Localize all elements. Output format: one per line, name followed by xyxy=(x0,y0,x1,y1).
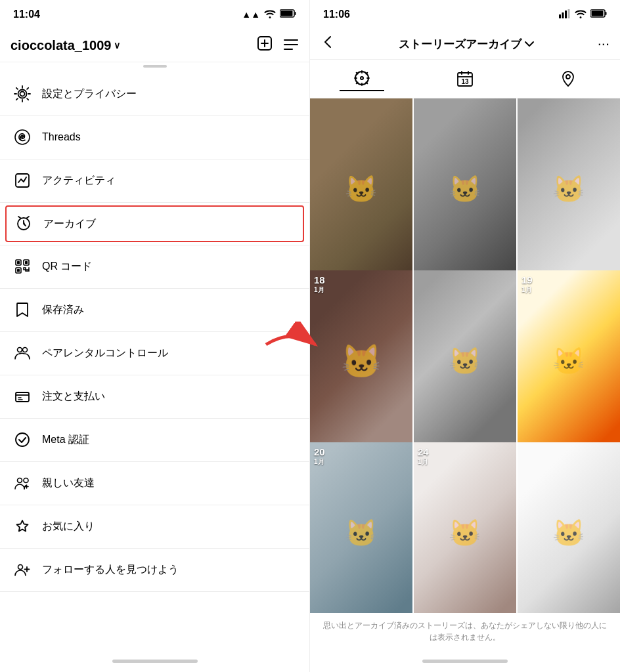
svg-rect-13 xyxy=(17,269,20,272)
grid-item-9[interactable]: 🐱 xyxy=(518,442,620,613)
back-button[interactable] xyxy=(321,34,336,54)
grid-item-4[interactable]: 🐱 18 1月 xyxy=(310,270,412,452)
grid-item-5[interactable]: 🐱 xyxy=(414,270,516,452)
svg-point-4 xyxy=(20,92,25,96)
svg-rect-26 xyxy=(568,9,570,18)
svg-point-5 xyxy=(18,90,27,98)
menu-item-saved[interactable]: 保存済み xyxy=(0,291,309,329)
home-indicator-left xyxy=(112,660,198,663)
svg-rect-11 xyxy=(17,261,20,264)
threads-icon xyxy=(13,128,32,146)
menu-item-meta[interactable]: Meta 認証 xyxy=(0,421,309,459)
grid-item-8[interactable]: 🐱 24 1月 xyxy=(414,442,516,613)
svg-rect-16 xyxy=(16,392,29,402)
menu-list: 設定とプライバシー Threads アクティビティ アーカイブ xyxy=(0,70,309,650)
grid-item-7[interactable]: 🐱 20 1月 xyxy=(310,442,412,613)
separator-2 xyxy=(0,159,309,159)
meta-icon xyxy=(13,430,32,449)
status-icons-left: ▲▲ xyxy=(242,9,296,20)
signal-icon-right xyxy=(559,9,571,20)
menu-item-parental[interactable]: ペアレンタルコントロール xyxy=(0,335,309,372)
saved-icon xyxy=(13,301,32,319)
menu-item-favorites[interactable]: お気に入り xyxy=(0,508,309,545)
separator-6 xyxy=(0,331,309,332)
favorites-label: お気に入り xyxy=(42,520,95,534)
header-left: cioccolata_1009 ∨ xyxy=(0,29,309,62)
more-button[interactable]: ··· xyxy=(598,35,609,52)
favorites-icon xyxy=(13,517,32,536)
parental-label: ペアレンタルコントロール xyxy=(42,346,168,360)
qr-icon xyxy=(13,257,32,276)
archive-title[interactable]: ストーリーズアーカイブ xyxy=(399,37,535,52)
scroll-indicator xyxy=(0,62,309,70)
wifi-icon-right xyxy=(575,9,587,20)
svg-rect-24 xyxy=(562,12,564,18)
close-friends-label: 親しい友達 xyxy=(42,476,95,490)
time-left: 11:04 xyxy=(13,9,40,20)
status-icons-right xyxy=(559,9,607,20)
threads-label: Threads xyxy=(42,131,81,143)
time-right: 11:06 xyxy=(323,9,350,20)
tab-bar: 13 xyxy=(310,60,620,98)
date-badge-8: 24 1月 xyxy=(418,446,429,466)
hamburger-icon[interactable] xyxy=(283,36,299,54)
separator-1 xyxy=(0,116,309,116)
separator-10 xyxy=(0,505,309,505)
menu-item-settings[interactable]: 設定とプライバシー xyxy=(0,75,309,113)
svg-point-17 xyxy=(16,433,29,446)
menu-item-follow[interactable]: フォローする人を見つけよう xyxy=(0,551,309,589)
grid-item-2[interactable]: 🐱 xyxy=(414,98,516,280)
svg-rect-2 xyxy=(281,11,293,16)
follow-icon xyxy=(13,560,32,579)
archive-label: アーカイブ xyxy=(43,217,96,231)
tab-calendar[interactable]: 13 xyxy=(443,66,487,91)
qr-label: QR コード xyxy=(42,260,92,274)
svg-rect-12 xyxy=(25,261,28,264)
separator-12 xyxy=(0,591,309,592)
menu-item-threads[interactable]: Threads xyxy=(0,119,309,156)
svg-point-22 xyxy=(18,565,23,570)
separator-5 xyxy=(0,288,309,289)
grid-item-3[interactable]: 🐱 xyxy=(518,98,620,280)
menu-item-qr[interactable]: QR コード xyxy=(0,248,309,285)
separator-8 xyxy=(0,418,309,419)
menu-item-close-friends[interactable]: 親しい友達 xyxy=(0,465,309,502)
date-badge-6: 19 1月 xyxy=(521,274,533,294)
signal-icon-left: ▲▲ xyxy=(242,9,260,20)
grid-item-6[interactable]: 🐱 19 1月 xyxy=(518,270,620,452)
separator-4 xyxy=(0,245,309,245)
activity-label: アクティビティ xyxy=(42,174,116,188)
meta-label: Meta 認証 xyxy=(42,433,89,447)
activity-icon xyxy=(13,171,32,190)
menu-item-orders[interactable]: 注文と支払い xyxy=(0,378,309,415)
svg-point-19 xyxy=(24,478,28,483)
menu-item-archive[interactable]: アーカイブ xyxy=(5,205,304,242)
right-panel: 11:06 ストーリーズアーカイブ ··· xyxy=(310,0,620,672)
archive-icon xyxy=(14,215,33,233)
saved-label: 保存済み xyxy=(42,303,84,317)
left-panel: 11:04 ▲▲ cioccolata_1009 ∨ xyxy=(0,0,310,672)
svg-point-15 xyxy=(23,348,28,352)
svg-text:13: 13 xyxy=(461,78,469,85)
parental-icon xyxy=(13,344,32,362)
orders-icon xyxy=(13,387,32,406)
status-bar-right: 11:06 xyxy=(310,0,620,29)
date-badge-7: 20 1月 xyxy=(314,446,325,466)
header-icons xyxy=(257,35,299,55)
add-icon[interactable] xyxy=(257,35,273,55)
archive-title-chevron-icon xyxy=(524,37,535,51)
settings-icon xyxy=(13,85,32,103)
tab-stories[interactable] xyxy=(340,66,384,91)
username-chevron-icon: ∨ xyxy=(114,40,120,51)
menu-item-activity[interactable]: アクティビティ xyxy=(0,162,309,200)
tab-location[interactable] xyxy=(546,66,590,91)
photo-grid: 🐱 🐱 🐱 🐱 18 1月 🐱 🐱 19 1月 🐱 xyxy=(310,98,620,613)
home-indicator-right xyxy=(422,660,508,663)
username-text: cioccolata_1009 xyxy=(11,38,111,53)
username-row[interactable]: cioccolata_1009 ∨ xyxy=(11,38,120,53)
date-badge-4: 18 1月 xyxy=(314,274,325,294)
svg-point-18 xyxy=(18,478,22,483)
separator-7 xyxy=(0,375,309,375)
grid-item-1[interactable]: 🐱 xyxy=(310,98,412,280)
settings-label: 設定とプライバシー xyxy=(42,87,137,101)
